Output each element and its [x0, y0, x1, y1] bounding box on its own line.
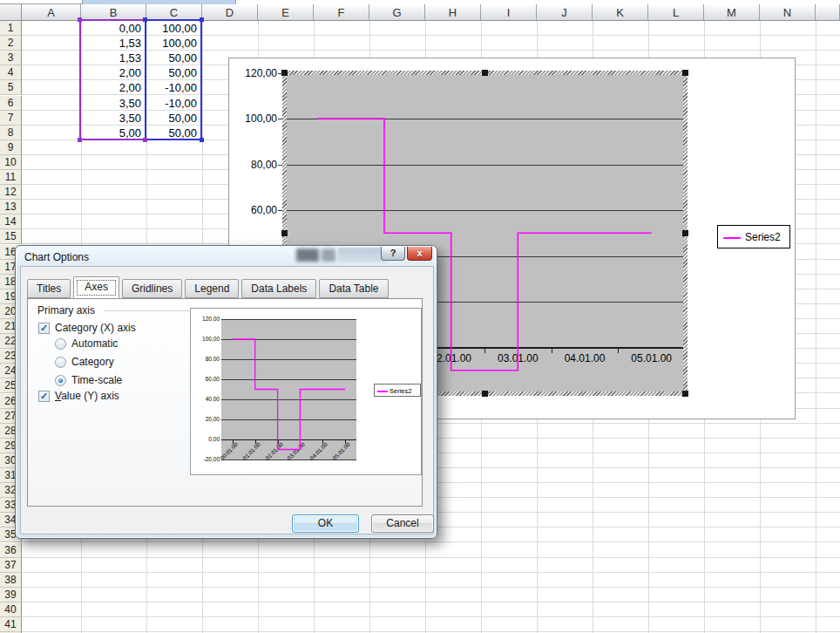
automatic-radio-label[interactable]: Automatic — [71, 337, 118, 350]
value-y-axis-checkbox[interactable]: ✓ — [38, 391, 50, 402]
plot-selection-handle[interactable] — [482, 391, 488, 397]
row-header-13[interactable]: 13 — [0, 200, 22, 214]
x-axis-tick — [618, 348, 619, 353]
row-header-5[interactable]: 5 — [0, 80, 22, 95]
tab-titles[interactable]: Titles — [27, 279, 71, 298]
column-header-I[interactable]: I — [481, 4, 537, 21]
legend-series-label: Series2 — [745, 231, 781, 243]
value-y-axis-row: ✓ Value (Y) axis — [38, 390, 119, 402]
primary-axis-group-label: Primary axis — [37, 304, 95, 316]
column-header-H[interactable]: H — [425, 4, 481, 21]
plot-selection-handle[interactable] — [682, 70, 688, 76]
column-header-L[interactable]: L — [648, 4, 704, 21]
x-range-handle[interactable] — [78, 138, 82, 142]
plot-selection-handle[interactable] — [682, 391, 688, 397]
cancel-button[interactable]: Cancel — [371, 514, 434, 533]
column-header-J[interactable]: J — [537, 4, 593, 21]
row-header-9[interactable]: 9 — [0, 140, 22, 155]
row-header-1[interactable]: 1 — [0, 21, 22, 36]
tab-axes[interactable]: Axes — [73, 276, 119, 298]
preview-y-label: 40,00 — [191, 396, 220, 402]
tab-focus-rect — [77, 280, 116, 296]
row-header-4[interactable]: 4 — [0, 65, 22, 80]
x-range-handle[interactable] — [78, 17, 82, 22]
time-scale-radio[interactable] — [55, 375, 66, 386]
row-header-15[interactable]: 15 — [0, 229, 22, 244]
column-header-N[interactable]: N — [760, 4, 816, 21]
tab-gridlines[interactable]: Gridlines — [122, 279, 182, 298]
tab-label: Legend — [194, 282, 229, 295]
row-header-37[interactable]: 37 — [0, 558, 22, 573]
dialog-content: TitlesAxesGridlinesLegendData LabelsData… — [20, 266, 434, 534]
plot-selection-handle[interactable] — [281, 70, 288, 76]
plot-selection-handle[interactable] — [482, 70, 488, 76]
x-range-handle[interactable] — [143, 138, 147, 142]
value-gridline — [284, 210, 685, 211]
help-button[interactable]: ? — [381, 247, 405, 261]
y-axis-tick-label: 100,00 — [229, 112, 277, 125]
row-header-3[interactable]: 3 — [0, 51, 22, 65]
row-header-38[interactable]: 38 — [0, 573, 22, 588]
column-header-E[interactable]: E — [258, 4, 314, 21]
value-gridline — [284, 119, 685, 119]
time-scale-radio-label[interactable]: Time-scale — [71, 374, 122, 386]
column-header-K[interactable]: K — [593, 4, 648, 21]
x-axis-tick-label: 03.01.00 — [490, 352, 545, 364]
preview-legend-series-label: Series2 — [390, 387, 411, 395]
column-header-M[interactable]: M — [704, 4, 760, 21]
column-header-partial[interactable] — [816, 4, 840, 21]
preview-y-label: 120,00 — [191, 316, 220, 322]
preview-legend: Series2 — [374, 384, 421, 397]
row-header-12[interactable]: 12 — [0, 185, 22, 200]
automatic-radio[interactable] — [55, 338, 66, 350]
titlebar-glass-blob — [322, 248, 335, 262]
tab-data-labels[interactable]: Data Labels — [241, 279, 316, 298]
y-values-range-outline[interactable] — [145, 19, 202, 140]
value-y-axis-label[interactable]: Value (Y) axis — [55, 390, 119, 402]
titlebar-glass-blob — [338, 248, 386, 262]
column-header-G[interactable]: G — [369, 4, 425, 21]
x-values-range-outline[interactable] — [79, 19, 146, 140]
row-header-40[interactable]: 40 — [0, 602, 22, 617]
x-axis-tick — [552, 348, 552, 353]
select-all-corner[interactable] — [0, 4, 22, 21]
y-range-handle[interactable] — [143, 17, 147, 22]
tab-legend[interactable]: Legend — [185, 279, 239, 298]
column-header-D[interactable]: D — [202, 4, 258, 21]
row-header-10[interactable]: 10 — [0, 155, 22, 170]
tab-label: Gridlines — [132, 282, 173, 295]
grid-line — [816, 21, 816, 633]
category-x-axis-checkbox[interactable]: ✓ — [38, 323, 50, 334]
x-axis-tick — [484, 348, 485, 353]
column-header-F[interactable]: F — [314, 4, 369, 21]
y-range-handle[interactable] — [200, 138, 204, 142]
chart-legend[interactable]: Series2 — [717, 225, 790, 248]
row-header-7[interactable]: 7 — [0, 111, 22, 126]
row-header-11[interactable]: 11 — [0, 170, 22, 185]
category-radio-label[interactable]: Category — [71, 356, 114, 368]
preview-y-label: 0,00 — [191, 436, 220, 442]
row-header-39[interactable]: 39 — [0, 588, 22, 602]
preview-gridline — [221, 419, 356, 420]
row-header-14[interactable]: 14 — [0, 214, 22, 229]
row-header-36[interactable]: 36 — [0, 543, 22, 558]
close-button[interactable]: x — [407, 247, 432, 261]
ok-button[interactable]: OK — [292, 514, 359, 533]
x-axis-tick-label: 05.01.00 — [624, 352, 680, 364]
category-x-axis-label[interactable]: Category (X) axis — [55, 322, 136, 334]
preview-plot-area — [221, 319, 356, 459]
automatic-radio-row: Automatic — [55, 337, 118, 350]
y-range-handle[interactable] — [200, 17, 204, 22]
row-header-6[interactable]: 6 — [0, 96, 22, 111]
tab-data-table[interactable]: Data Table — [319, 279, 388, 298]
row-header-41[interactable]: 41 — [0, 617, 22, 632]
plot-selection-handle[interactable] — [281, 230, 288, 236]
row-header-2[interactable]: 2 — [0, 36, 22, 51]
plot-selection-handle[interactable] — [682, 230, 688, 236]
row-header-8[interactable]: 8 — [0, 126, 22, 140]
category-radio[interactable] — [55, 357, 66, 368]
dialog-title[interactable]: Chart Options — [24, 251, 89, 263]
column-header-A[interactable]: A — [22, 4, 81, 21]
tab-label: Data Table — [329, 282, 378, 295]
chart-preview-panel: 120,00100,0080,0060,0040,0020,000,00-20,… — [190, 308, 422, 475]
